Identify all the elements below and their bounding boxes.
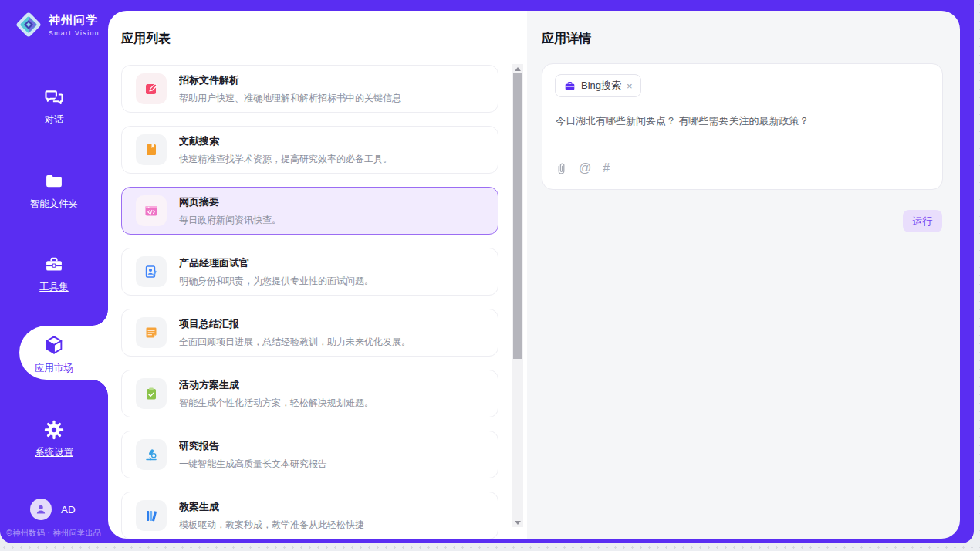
scroll-down-button[interactable]: [512, 518, 523, 527]
hash-icon[interactable]: #: [603, 161, 610, 175]
scroll-up-button[interactable]: [512, 64, 523, 73]
list-item-research-report[interactable]: 研究报告 一键智能生成高质量长文本研究报告: [121, 431, 498, 478]
prompt-card: Bing搜索 × 今日湖北有哪些新闻要点？ 有哪些需要关注的最新政策？ @ #: [542, 63, 943, 190]
sidebar-item-label: 工具集: [0, 281, 108, 294]
avatar: [30, 499, 52, 520]
app-name: 项目总结汇报: [179, 317, 411, 331]
research-icon: [136, 439, 167, 470]
book-icon: [136, 134, 167, 165]
app-frame: 神州问学 Smart Vision 对话 智能文件夹: [0, 0, 974, 543]
sidebar-item-label: 对话: [0, 113, 108, 127]
scroll-down-arrow-icon: [515, 521, 521, 525]
sidebar-item-label: 系统设置: [0, 446, 108, 459]
app-name: 招标文件解析: [179, 73, 401, 87]
webpage-code-icon: [136, 195, 167, 226]
app-list-title: 应用列表: [121, 31, 171, 47]
user-name: AD: [61, 504, 76, 516]
app-desc: 一键智能生成高质量长文本研究报告: [179, 458, 327, 471]
app-list: 招标文件解析 帮助用户快速、准确地理解和解析招标书中的关键信息 文献搜索 快速精…: [121, 65, 498, 539]
list-scrollbar[interactable]: [512, 64, 523, 527]
sidebar-item-smart-folder[interactable]: 智能文件夹: [0, 171, 108, 211]
sidebar-footer: ©神州数码 · 神州问学出品: [0, 528, 108, 539]
app-desc: 全面回顾项目进展，总结经验教训，助力未来优化发展。: [179, 336, 411, 349]
app-list-panel: 应用列表 招标文件解析 帮助用户快速、准确地理解和解析招标书中的关键信息: [108, 11, 527, 539]
scrollbar-thumb[interactable]: [513, 73, 522, 359]
sidebar-item-app-market[interactable]: 应用市场: [0, 333, 108, 375]
brand-name: 神州问学: [49, 13, 100, 28]
sidebar-item-label: 应用市场: [0, 362, 108, 375]
tool-tag-bing-search[interactable]: Bing搜索 ×: [555, 74, 641, 97]
app-desc: 帮助用户快速、准确地理解和解析招标书中的关键信息: [179, 92, 401, 105]
edit-document-icon: [136, 73, 167, 104]
sidebar-item-label: 智能文件夹: [0, 198, 108, 211]
books-icon: [136, 500, 167, 531]
briefcase-icon: [564, 80, 576, 92]
list-item-event-plan[interactable]: 活动方案生成 智能生成个性化活动方案，轻松解决规划难题。: [121, 370, 498, 417]
chat-icon: [0, 86, 108, 108]
brand-logo-icon: [14, 10, 43, 39]
user-account[interactable]: AD: [0, 499, 108, 520]
app-name: 文献搜索: [179, 134, 392, 148]
app-desc: 每日政府新闻资讯快查。: [179, 214, 281, 227]
app-desc: 智能生成个性化活动方案，轻松解决规划难题。: [179, 397, 373, 410]
app-name: 产品经理面试官: [179, 256, 373, 270]
cube-icon: [0, 333, 108, 357]
list-item-pm-interviewer[interactable]: 产品经理面试官 明确身份和职责，为您提供专业性的面试问题。: [121, 248, 498, 296]
at-mention-icon[interactable]: @: [579, 161, 591, 175]
app-detail-title: 应用详情: [542, 31, 591, 47]
interviewer-icon: [136, 256, 167, 287]
report-note-icon: [136, 317, 167, 348]
query-text-input[interactable]: 今日湖北有哪些新闻要点？ 有哪些需要关注的最新政策？: [556, 113, 931, 129]
app-desc: 模板驱动，教案秒成，教学准备从此轻松快捷: [179, 519, 364, 532]
sidebar: 神州问学 Smart Vision 对话 智能文件夹: [0, 0, 108, 543]
list-item-lesson-plan[interactable]: 教案生成 模板驱动，教案秒成，教学准备从此轻松快捷: [121, 492, 498, 539]
app-name: 研究报告: [179, 439, 327, 453]
app-name: 活动方案生成: [179, 378, 373, 392]
close-icon[interactable]: ×: [627, 81, 633, 91]
scroll-up-arrow-icon: [515, 67, 521, 71]
app-name: 教案生成: [179, 500, 364, 514]
toolbox-icon: [0, 254, 108, 276]
person-icon: [35, 503, 47, 516]
clipboard-check-icon: [136, 378, 167, 409]
sidebar-item-toolset[interactable]: 工具集: [0, 254, 108, 294]
list-item-web-summary[interactable]: 网页摘要 每日政府新闻资讯快查。: [121, 187, 498, 235]
tool-tag-label: Bing搜索: [581, 79, 621, 93]
active-tab-curve-top: [93, 310, 108, 326]
gear-icon: [0, 419, 108, 441]
list-item-bid-analysis[interactable]: 招标文件解析 帮助用户快速、准确地理解和解析招标书中的关键信息: [121, 65, 498, 113]
sidebar-item-settings[interactable]: 系统设置: [0, 419, 108, 459]
input-toolbar: @ #: [556, 161, 610, 175]
app-name: 网页摘要: [179, 195, 281, 209]
list-item-project-summary[interactable]: 项目总结汇报 全面回顾项目进展，总结经验教训，助力未来优化发展。: [121, 309, 498, 357]
sidebar-item-chat[interactable]: 对话: [0, 86, 108, 127]
app-detail-panel: 应用详情 Bing搜索 × 今日湖北有哪些新闻要点？ 有哪些需要关注的最新政策？: [527, 11, 960, 539]
brand: 神州问学 Smart Vision: [14, 10, 100, 39]
active-tab-curve-bottom: [93, 380, 108, 395]
app-desc: 明确身份和职责，为您提供专业性的面试问题。: [179, 275, 373, 288]
list-item-literature-search[interactable]: 文献搜索 快速精准查找学术资源，提高研究效率的必备工具。: [121, 126, 498, 174]
paperclip-icon[interactable]: [556, 162, 567, 175]
brand-subtitle: Smart Vision: [49, 29, 100, 37]
run-button[interactable]: 运行: [903, 210, 942, 232]
app-desc: 快速精准查找学术资源，提高研究效率的必备工具。: [179, 153, 392, 166]
folder-icon: [0, 171, 108, 192]
